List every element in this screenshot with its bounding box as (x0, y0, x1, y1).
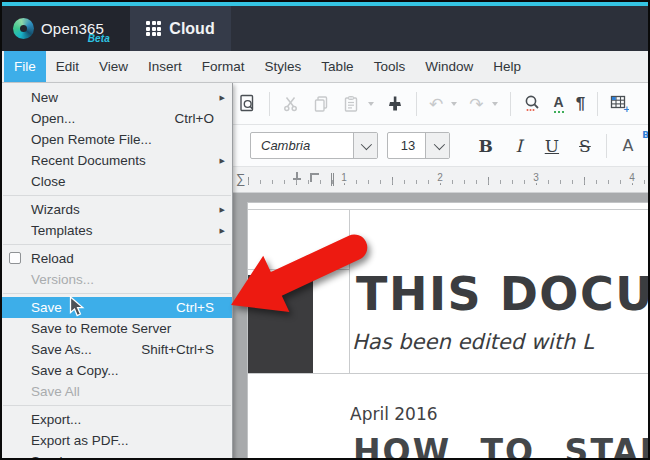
menu-separator (3, 293, 231, 294)
submenu-arrow-icon: ▶ (220, 93, 225, 101)
font-name-value[interactable]: Cambria (251, 133, 320, 158)
menubar-item-insert[interactable]: Insert (138, 51, 192, 82)
formatting-marks-icon[interactable]: ¶ (576, 94, 585, 114)
font-size-value[interactable]: 13 (388, 133, 425, 158)
paste-icon[interactable] (342, 95, 360, 113)
cloud-label: Cloud (169, 20, 214, 38)
toolbar-separator (416, 92, 417, 116)
open365-logo-icon (13, 18, 34, 39)
menubar-item-tools[interactable]: Tools (364, 51, 416, 82)
menubar-item-help[interactable]: Help (483, 51, 531, 82)
document-date: April 2016 (350, 404, 438, 424)
menu-separator (3, 244, 231, 245)
file-menu: New▶Open...Ctrl+OOpen Remote File...Rece… (2, 83, 233, 460)
file-menu-item-save-to-remote-server[interactable]: Save to Remote Server (2, 318, 232, 339)
indent-marker[interactable] (293, 178, 301, 180)
file-menu-item-new[interactable]: New▶ (2, 87, 232, 108)
file-menu-item-versions[interactable]: Versions... (2, 269, 232, 290)
file-menu-item-open[interactable]: Open...Ctrl+O (2, 108, 232, 129)
bold-button[interactable]: B (474, 132, 498, 159)
table-border (248, 373, 648, 374)
menubar-item-edit[interactable]: Edit (46, 51, 89, 82)
paste-dropdown-arrow[interactable] (368, 102, 374, 106)
top-header-bar: Open365Beta Cloud (2, 2, 648, 51)
file-menu-item-send[interactable]: Send▶ (2, 451, 232, 460)
font-name-dropdown-button[interactable] (353, 133, 377, 158)
file-menu-item-reload[interactable]: Reload (2, 248, 232, 269)
menubar-item-table[interactable]: Table (311, 51, 363, 82)
file-menu-item-recent-documents[interactable]: Recent Documents▶ (2, 150, 232, 171)
menu-separator (3, 405, 231, 406)
submenu-arrow-icon: ▶ (220, 205, 225, 213)
menubar-item-styles[interactable]: Styles (255, 51, 312, 82)
redo-dropdown-arrow[interactable] (492, 102, 498, 106)
font-name-combo[interactable]: Cambria (250, 132, 378, 159)
app-grid-icon (146, 21, 161, 36)
document-heading: HOW TO START (353, 432, 648, 458)
document-subtitle: Has been edited with L (352, 330, 594, 354)
ruler-number: 3 (531, 172, 541, 183)
file-menu-item-save-as[interactable]: Save As...Shift+Ctrl+S (2, 339, 232, 360)
ruler-number: 1 (339, 172, 349, 183)
underline-button[interactable]: U (540, 132, 564, 159)
superscript-button[interactable]: AB (616, 132, 648, 159)
font-size-combo[interactable]: 13 (387, 132, 450, 159)
file-menu-item-close[interactable]: Close (2, 171, 232, 192)
table-border (248, 209, 648, 210)
toolbar-separator (510, 92, 511, 116)
redo-icon[interactable]: ↷ (469, 94, 483, 114)
toolbar-separator (606, 134, 607, 158)
ruler-number: 2 (435, 172, 445, 183)
app-window: Open365Beta Cloud FileEditViewInsertForm… (0, 0, 650, 460)
indent-marker[interactable] (310, 173, 319, 182)
file-menu-item-export-as-pdf[interactable]: Export as PDF... (2, 430, 232, 451)
open365-logo-text: Open365Beta (41, 20, 104, 37)
insert-table-icon[interactable]: + (610, 94, 629, 113)
clone-formatting-icon[interactable] (386, 95, 404, 113)
cut-icon[interactable] (282, 95, 300, 113)
ruler-number: 4 (627, 172, 637, 183)
undo-icon[interactable]: ↶ (429, 94, 443, 114)
mouse-cursor (69, 296, 85, 318)
file-menu-item-export[interactable]: Export... (2, 409, 232, 430)
file-menu-item-save-all[interactable]: Save All (2, 381, 232, 402)
menubar-item-view[interactable]: View (89, 51, 138, 82)
tab-selector-icon[interactable]: ∑ (236, 171, 245, 186)
ruler-ticks (248, 180, 646, 184)
print-preview-icon[interactable] (238, 94, 257, 113)
cloud-app-button[interactable]: Cloud (130, 6, 231, 51)
italic-button[interactable]: I (507, 132, 531, 159)
svg-text:+: + (623, 104, 629, 113)
font-size-dropdown-button[interactable] (425, 133, 449, 158)
beta-badge: Beta (88, 33, 110, 44)
file-menu-item-wizards[interactable]: Wizards▶ (2, 199, 232, 220)
menubar: FileEditViewInsertFormatStylesTableTools… (2, 51, 648, 83)
document-title: THIS DOCU (356, 267, 648, 321)
menu-separator (3, 195, 231, 196)
open365-logo[interactable]: Open365Beta (2, 6, 130, 51)
margin-marker (331, 173, 334, 186)
file-menu-item-open-remote-file[interactable]: Open Remote File... (2, 129, 232, 150)
chevron-down-icon (361, 138, 372, 149)
strikethrough-button[interactable]: S (573, 132, 597, 159)
file-menu-item-save-a-copy[interactable]: Save a Copy... (2, 360, 232, 381)
copy-icon[interactable] (312, 95, 330, 113)
submenu-arrow-icon: ▶ (220, 156, 225, 164)
red-annotation-arrow (207, 217, 382, 329)
undo-dropdown-arrow[interactable] (451, 102, 457, 106)
chevron-down-icon (433, 138, 444, 149)
find-and-replace-icon[interactable] (523, 94, 542, 113)
character-formatting-icon[interactable]: A (554, 95, 564, 113)
toolbar-separator (597, 92, 598, 116)
toolbar-separator (269, 92, 270, 116)
checkbox[interactable] (9, 252, 21, 264)
file-menu-item-save[interactable]: SaveCtrl+S (2, 297, 232, 318)
menubar-item-window[interactable]: Window (415, 51, 483, 82)
file-menu-item-templates[interactable]: Templates▶ (2, 220, 232, 241)
menubar-item-file[interactable]: File (4, 51, 46, 82)
menubar-item-format[interactable]: Format (192, 51, 255, 82)
